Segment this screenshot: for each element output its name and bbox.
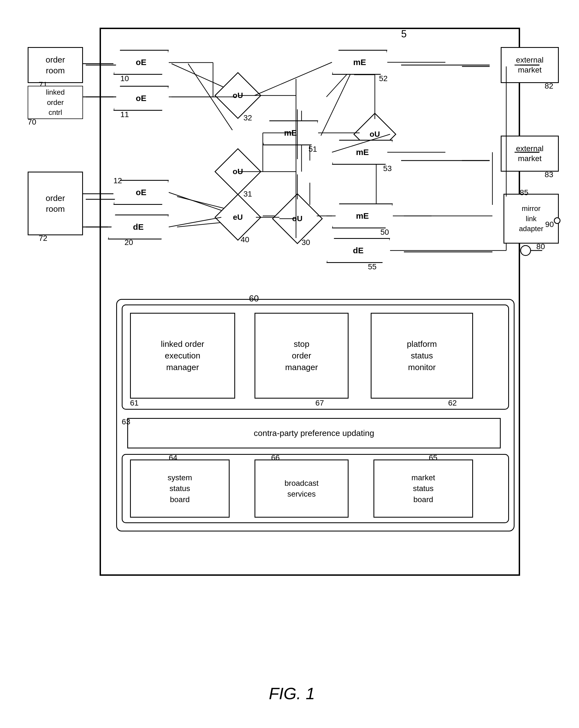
diagram: 5 order room 71 linkedordercntrl 70 orde… [22, 11, 561, 711]
label-32: 32 [243, 113, 252, 122]
external-market-mid: externalmarket [501, 136, 559, 172]
platform-status-monitor: platformstatusmonitor [371, 313, 473, 398]
dE-55: dE [326, 238, 390, 263]
label-51: 51 [308, 145, 317, 154]
label-60: 60 [249, 293, 259, 304]
linked-order-cntrl: linkedordercntrl [28, 86, 83, 119]
label-63: 63 [122, 417, 130, 426]
label-53: 53 [383, 164, 392, 173]
label-64: 64 [169, 453, 177, 462]
order-room-top: order room [28, 47, 83, 83]
label-83: 83 [545, 170, 553, 179]
label-72: 72 [39, 234, 47, 243]
oE-10: oE [113, 50, 169, 75]
label-55: 55 [368, 262, 377, 271]
label-80: 80 [536, 242, 545, 251]
mE-52: mE [332, 50, 387, 75]
linked-order-execution-manager: linked orderexecutionmanager [130, 313, 235, 398]
label-30: 30 [302, 238, 310, 247]
broadcast-services: broadcastservices [254, 460, 349, 518]
label-70: 70 [28, 118, 36, 127]
market-status-board: marketstatusboard [374, 460, 473, 518]
mE-51: mE [263, 121, 318, 145]
label-12: 12 [113, 176, 122, 185]
label-62: 62 [448, 398, 457, 408]
order-room-bottom: orderroom [28, 172, 83, 235]
label-40: 40 [241, 235, 249, 244]
system-status-board: systemstatusboard [130, 460, 229, 518]
label-65: 65 [429, 453, 437, 462]
label-85: 85 [520, 188, 528, 197]
mE-50: mE [332, 204, 393, 228]
label-31: 31 [243, 190, 252, 199]
dE-20: dE [108, 214, 169, 239]
label-10: 10 [120, 74, 129, 83]
svg-point-57 [521, 245, 531, 256]
label-50: 50 [380, 228, 389, 237]
figure-label: FIG. 1 [269, 684, 315, 703]
label-61: 61 [130, 398, 139, 408]
stop-order-manager: stopordermanager [254, 313, 349, 398]
label-67: 67 [315, 398, 324, 408]
label-82: 82 [545, 82, 553, 90]
label-20: 20 [125, 238, 133, 247]
label-90: 90 [545, 220, 554, 229]
label-11: 11 [120, 110, 129, 119]
external-market-top: externalmarket [501, 47, 559, 83]
label-66: 66 [271, 453, 280, 462]
circle-90 [554, 217, 560, 224]
oE-11: oE [113, 86, 169, 111]
label-52: 52 [379, 74, 388, 83]
contra-party: contra-party preference updating [127, 418, 501, 448]
mirror-link-adapter: mirrorlinkadapter [503, 194, 559, 243]
mE-53: mE [332, 140, 393, 165]
